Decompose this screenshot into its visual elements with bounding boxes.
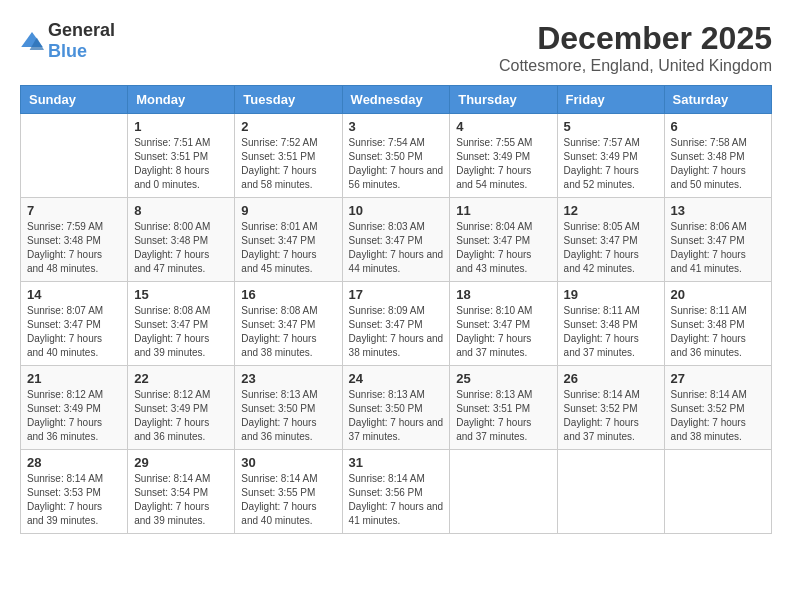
- day-number: 13: [671, 203, 765, 218]
- calendar-cell: 14Sunrise: 8:07 AMSunset: 3:47 PMDayligh…: [21, 282, 128, 366]
- location-title: Cottesmore, England, United Kingdom: [499, 57, 772, 75]
- day-info: Sunrise: 8:08 AMSunset: 3:47 PMDaylight:…: [241, 304, 335, 360]
- calendar-week-row: 1Sunrise: 7:51 AMSunset: 3:51 PMDaylight…: [21, 114, 772, 198]
- day-number: 22: [134, 371, 228, 386]
- day-number: 11: [456, 203, 550, 218]
- calendar-cell: 24Sunrise: 8:13 AMSunset: 3:50 PMDayligh…: [342, 366, 450, 450]
- day-info: Sunrise: 8:14 AMSunset: 3:54 PMDaylight:…: [134, 472, 228, 528]
- day-info: Sunrise: 8:07 AMSunset: 3:47 PMDaylight:…: [27, 304, 121, 360]
- month-title: December 2025: [499, 20, 772, 57]
- day-info: Sunrise: 8:12 AMSunset: 3:49 PMDaylight:…: [27, 388, 121, 444]
- day-number: 26: [564, 371, 658, 386]
- day-info: Sunrise: 8:01 AMSunset: 3:47 PMDaylight:…: [241, 220, 335, 276]
- day-info: Sunrise: 7:57 AMSunset: 3:49 PMDaylight:…: [564, 136, 658, 192]
- day-number: 23: [241, 371, 335, 386]
- calendar-cell: 5Sunrise: 7:57 AMSunset: 3:49 PMDaylight…: [557, 114, 664, 198]
- day-number: 15: [134, 287, 228, 302]
- calendar-week-row: 14Sunrise: 8:07 AMSunset: 3:47 PMDayligh…: [21, 282, 772, 366]
- logo-text-general: General: [48, 20, 115, 40]
- calendar-cell: 31Sunrise: 8:14 AMSunset: 3:56 PMDayligh…: [342, 450, 450, 534]
- day-info: Sunrise: 8:14 AMSunset: 3:52 PMDaylight:…: [671, 388, 765, 444]
- day-info: Sunrise: 8:14 AMSunset: 3:53 PMDaylight:…: [27, 472, 121, 528]
- day-info: Sunrise: 8:04 AMSunset: 3:47 PMDaylight:…: [456, 220, 550, 276]
- day-number: 27: [671, 371, 765, 386]
- day-number: 4: [456, 119, 550, 134]
- day-number: 28: [27, 455, 121, 470]
- calendar-cell: 18Sunrise: 8:10 AMSunset: 3:47 PMDayligh…: [450, 282, 557, 366]
- logo-text-blue: Blue: [48, 41, 87, 61]
- day-info: Sunrise: 7:58 AMSunset: 3:48 PMDaylight:…: [671, 136, 765, 192]
- day-number: 5: [564, 119, 658, 134]
- title-block: December 2025 Cottesmore, England, Unite…: [499, 20, 772, 75]
- calendar-cell: [450, 450, 557, 534]
- calendar-header-thursday: Thursday: [450, 86, 557, 114]
- calendar-week-row: 7Sunrise: 7:59 AMSunset: 3:48 PMDaylight…: [21, 198, 772, 282]
- day-info: Sunrise: 7:55 AMSunset: 3:49 PMDaylight:…: [456, 136, 550, 192]
- day-number: 31: [349, 455, 444, 470]
- calendar-cell: 20Sunrise: 8:11 AMSunset: 3:48 PMDayligh…: [664, 282, 771, 366]
- day-info: Sunrise: 8:08 AMSunset: 3:47 PMDaylight:…: [134, 304, 228, 360]
- logo: General Blue: [20, 20, 115, 62]
- day-info: Sunrise: 8:13 AMSunset: 3:51 PMDaylight:…: [456, 388, 550, 444]
- calendar-cell: 16Sunrise: 8:08 AMSunset: 3:47 PMDayligh…: [235, 282, 342, 366]
- calendar-header-wednesday: Wednesday: [342, 86, 450, 114]
- day-number: 12: [564, 203, 658, 218]
- calendar-header-saturday: Saturday: [664, 86, 771, 114]
- calendar-cell: 29Sunrise: 8:14 AMSunset: 3:54 PMDayligh…: [128, 450, 235, 534]
- calendar-header-row: SundayMondayTuesdayWednesdayThursdayFrid…: [21, 86, 772, 114]
- day-number: 30: [241, 455, 335, 470]
- day-number: 20: [671, 287, 765, 302]
- day-number: 21: [27, 371, 121, 386]
- day-number: 10: [349, 203, 444, 218]
- day-info: Sunrise: 7:52 AMSunset: 3:51 PMDaylight:…: [241, 136, 335, 192]
- calendar-cell: 3Sunrise: 7:54 AMSunset: 3:50 PMDaylight…: [342, 114, 450, 198]
- day-number: 8: [134, 203, 228, 218]
- calendar-cell: 6Sunrise: 7:58 AMSunset: 3:48 PMDaylight…: [664, 114, 771, 198]
- day-number: 16: [241, 287, 335, 302]
- day-info: Sunrise: 8:09 AMSunset: 3:47 PMDaylight:…: [349, 304, 444, 360]
- day-info: Sunrise: 8:06 AMSunset: 3:47 PMDaylight:…: [671, 220, 765, 276]
- calendar-week-row: 28Sunrise: 8:14 AMSunset: 3:53 PMDayligh…: [21, 450, 772, 534]
- calendar-cell: 7Sunrise: 7:59 AMSunset: 3:48 PMDaylight…: [21, 198, 128, 282]
- calendar-cell: 23Sunrise: 8:13 AMSunset: 3:50 PMDayligh…: [235, 366, 342, 450]
- day-number: 2: [241, 119, 335, 134]
- day-number: 18: [456, 287, 550, 302]
- calendar-cell: 26Sunrise: 8:14 AMSunset: 3:52 PMDayligh…: [557, 366, 664, 450]
- day-info: Sunrise: 8:13 AMSunset: 3:50 PMDaylight:…: [349, 388, 444, 444]
- calendar-header-sunday: Sunday: [21, 86, 128, 114]
- day-number: 1: [134, 119, 228, 134]
- calendar-cell: 17Sunrise: 8:09 AMSunset: 3:47 PMDayligh…: [342, 282, 450, 366]
- day-number: 29: [134, 455, 228, 470]
- day-number: 6: [671, 119, 765, 134]
- day-info: Sunrise: 7:54 AMSunset: 3:50 PMDaylight:…: [349, 136, 444, 192]
- calendar-cell: 8Sunrise: 8:00 AMSunset: 3:48 PMDaylight…: [128, 198, 235, 282]
- day-info: Sunrise: 8:14 AMSunset: 3:55 PMDaylight:…: [241, 472, 335, 528]
- calendar-week-row: 21Sunrise: 8:12 AMSunset: 3:49 PMDayligh…: [21, 366, 772, 450]
- calendar-cell: 11Sunrise: 8:04 AMSunset: 3:47 PMDayligh…: [450, 198, 557, 282]
- day-info: Sunrise: 8:13 AMSunset: 3:50 PMDaylight:…: [241, 388, 335, 444]
- day-number: 25: [456, 371, 550, 386]
- day-info: Sunrise: 8:11 AMSunset: 3:48 PMDaylight:…: [671, 304, 765, 360]
- day-info: Sunrise: 8:10 AMSunset: 3:47 PMDaylight:…: [456, 304, 550, 360]
- day-info: Sunrise: 8:14 AMSunset: 3:56 PMDaylight:…: [349, 472, 444, 528]
- calendar-cell: 27Sunrise: 8:14 AMSunset: 3:52 PMDayligh…: [664, 366, 771, 450]
- calendar-cell: 2Sunrise: 7:52 AMSunset: 3:51 PMDaylight…: [235, 114, 342, 198]
- calendar-cell: 9Sunrise: 8:01 AMSunset: 3:47 PMDaylight…: [235, 198, 342, 282]
- calendar-cell: [557, 450, 664, 534]
- day-number: 3: [349, 119, 444, 134]
- calendar-cell: 10Sunrise: 8:03 AMSunset: 3:47 PMDayligh…: [342, 198, 450, 282]
- calendar-cell: 15Sunrise: 8:08 AMSunset: 3:47 PMDayligh…: [128, 282, 235, 366]
- day-number: 24: [349, 371, 444, 386]
- page-header: General Blue December 2025 Cottesmore, E…: [20, 20, 772, 75]
- calendar-cell: 12Sunrise: 8:05 AMSunset: 3:47 PMDayligh…: [557, 198, 664, 282]
- day-info: Sunrise: 8:03 AMSunset: 3:47 PMDaylight:…: [349, 220, 444, 276]
- day-info: Sunrise: 8:12 AMSunset: 3:49 PMDaylight:…: [134, 388, 228, 444]
- day-info: Sunrise: 8:11 AMSunset: 3:48 PMDaylight:…: [564, 304, 658, 360]
- calendar-cell: [664, 450, 771, 534]
- calendar-cell: 25Sunrise: 8:13 AMSunset: 3:51 PMDayligh…: [450, 366, 557, 450]
- logo-icon: [20, 29, 44, 53]
- calendar-cell: 28Sunrise: 8:14 AMSunset: 3:53 PMDayligh…: [21, 450, 128, 534]
- day-info: Sunrise: 8:00 AMSunset: 3:48 PMDaylight:…: [134, 220, 228, 276]
- calendar-header-friday: Friday: [557, 86, 664, 114]
- day-info: Sunrise: 8:14 AMSunset: 3:52 PMDaylight:…: [564, 388, 658, 444]
